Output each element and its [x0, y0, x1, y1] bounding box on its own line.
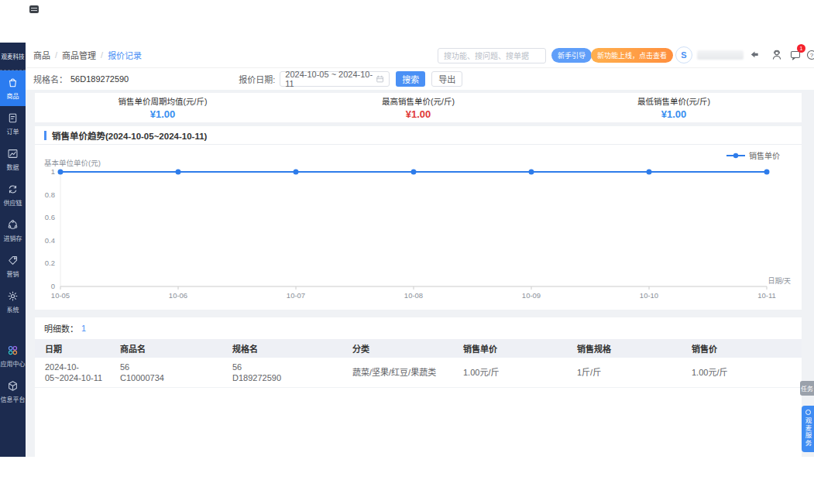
page: 观麦科技 商品 订单 数据 供应链 进销存: [0, 0, 814, 504]
svg-text:10-07: 10-07: [287, 291, 305, 300]
svg-text:0.6: 0.6: [45, 213, 55, 221]
cell-sale-price: 1.00元/斤: [682, 363, 802, 382]
svg-text:0.8: 0.8: [45, 190, 55, 199]
col-header-category: 分类: [342, 342, 453, 355]
avatar[interactable]: S: [675, 46, 692, 63]
service-chat-icon: [805, 410, 811, 415]
stats-card: 销售单价周期均值(元/斤) ¥1.00 最高销售单价(元/斤) ¥1.00 最低…: [35, 93, 802, 122]
svg-text:0.4: 0.4: [45, 236, 55, 245]
detail-count-label: 明细数：: [44, 322, 78, 334]
data-chart-icon: [7, 148, 19, 163]
messages-icon[interactable]: 1: [789, 49, 802, 61]
order-doc-icon: [7, 112, 19, 127]
breadcrumb-separator: /: [55, 50, 57, 60]
main-content: 商品 / 商品管理 / 报价记录 新手引导 新功能上线，点击查看 S: [26, 43, 814, 457]
table-header-row: 日期 商品名 规格名 分类 销售单价 销售规格 销售价: [35, 339, 802, 358]
inventory-icon: [7, 219, 19, 234]
filter-bar: 规格名： 56D189272590 报价日期: 2024-10-05 ~ 202…: [26, 68, 814, 90]
sidebar-item-system[interactable]: 系统: [0, 284, 26, 320]
svg-text:10-06: 10-06: [169, 291, 187, 300]
svg-text:1: 1: [51, 167, 55, 176]
stat-label: 销售单价周期均值(元/斤): [118, 95, 208, 107]
detail-count: 明细数： 1: [35, 317, 802, 339]
supply-chain-icon: [7, 183, 19, 198]
system-gear-icon: [7, 290, 19, 305]
chart-title: 销售单价趋势(2024-10-05~2024-10-11): [52, 129, 207, 142]
sidebar-item-label: 数据: [7, 164, 19, 171]
cell-spec-name: 56 D189272590: [222, 358, 342, 387]
sidebar-item-label: 系统: [7, 307, 19, 314]
col-header-spec: 规格名: [222, 342, 342, 355]
table-card: 明细数： 1 日期 商品名 规格名 分类 销售单价 销售规格 销售价 2024-…: [35, 317, 802, 457]
cell-unit-price: 1.00元/斤: [453, 363, 567, 382]
breadcrumb-separator: /: [101, 50, 103, 60]
customer-service-icon[interactable]: [771, 49, 783, 61]
col-header-product: 商品名: [110, 342, 222, 355]
top-bar: 商品 / 商品管理 / 报价记录 新手引导 新功能上线，点击查看 S: [26, 43, 814, 68]
title-accent-bar: [44, 131, 46, 140]
message-badge: 1: [797, 44, 805, 53]
brand-logo: 观麦科技: [0, 43, 26, 70]
stat-value: ¥1.00: [150, 108, 176, 120]
col-header-date: 日期: [35, 342, 110, 355]
browser-tab-icon: [29, 5, 39, 13]
stat-value: ¥1.00: [406, 108, 431, 120]
sidebar-item-inventory[interactable]: 进销存: [0, 213, 26, 249]
cell-sale-spec: 1斤/斤: [567, 363, 682, 382]
spec-name-value: 56D189272590: [70, 74, 129, 84]
table-row[interactable]: 2024-10-05~2024-10-11 56 C10000734 56 D1…: [35, 358, 802, 388]
sidebar-item-label: 信息平台: [1, 396, 26, 403]
global-search-input[interactable]: [438, 52, 546, 60]
sidebar-item-info-platform[interactable]: 信息平台: [0, 374, 26, 410]
breadcrumb-goods[interactable]: 商品: [33, 49, 50, 61]
breadcrumb: 商品 / 商品管理 / 报价记录: [33, 49, 142, 61]
date-range-value: 2024-10-05 ~ 2024-10-11: [285, 70, 376, 88]
sidebar-item-data[interactable]: 数据: [0, 142, 26, 177]
sidebar-item-goods[interactable]: 商品: [0, 70, 26, 106]
spec-name-label: 规格名：: [33, 73, 67, 85]
cell-category: 蔬菜/坚果/红豆/果蔬类: [342, 363, 453, 382]
svg-text:0.2: 0.2: [45, 259, 55, 267]
x-axis-unit-label: 日期/天: [768, 276, 791, 286]
sidebar-item-label: 供应链: [4, 200, 22, 207]
sidebar-item-app-center[interactable]: 应用中心: [0, 338, 26, 374]
service-tab-label: 观麦服务: [803, 417, 812, 447]
sidebar-item-orders[interactable]: 订单: [0, 106, 26, 142]
service-tab[interactable]: 观麦服务: [802, 406, 814, 452]
svg-text:10-08: 10-08: [404, 291, 423, 300]
user-name-redacted: [697, 50, 744, 60]
stat-min-price: 最低销售单价(元/斤) ¥1.00: [546, 93, 802, 122]
new-feature-button[interactable]: 新功能上线，点击查看: [591, 48, 673, 63]
detail-count-value: 1: [81, 324, 86, 333]
sidebar-item-marketing[interactable]: 营销: [0, 249, 26, 284]
sidebar-item-label: 订单: [7, 129, 19, 135]
task-tab[interactable]: 任务: [800, 381, 814, 396]
stat-max-price: 最高销售单价(元/斤) ¥1.00: [290, 93, 546, 122]
stat-label: 最高销售单价(元/斤): [382, 95, 455, 107]
global-search: [438, 48, 546, 63]
help-icon[interactable]: ?: [805, 49, 814, 61]
sidebar-item-label: 进销存: [4, 235, 22, 242]
svg-text:10-11: 10-11: [757, 291, 776, 300]
export-button[interactable]: 导出: [431, 71, 462, 87]
chart-title-row: 销售单价趋势(2024-10-05~2024-10-11): [35, 126, 802, 145]
breadcrumb-goods-manage[interactable]: 商品管理: [62, 49, 96, 61]
svg-text:10-09: 10-09: [522, 291, 541, 300]
info-platform-icon: [7, 380, 19, 395]
search-button[interactable]: 搜索: [396, 71, 425, 87]
marketing-tag-icon: [7, 255, 19, 269]
sidebar-item-supply-chain[interactable]: 供应链: [0, 177, 26, 213]
sidebar: 观麦科技 商品 订单 数据 供应链 进销存: [0, 43, 26, 457]
svg-text:0: 0: [51, 282, 55, 290]
chart-card: 销售单价趋势(2024-10-05~2024-10-11) 销售单价 基本单位单…: [35, 126, 802, 310]
sidebar-spacer: [0, 320, 26, 338]
stat-avg-price: 销售单价周期均值(元/斤) ¥1.00: [35, 93, 290, 122]
goods-bag-icon: [7, 77, 19, 91]
switch-account-icon[interactable]: [748, 49, 761, 61]
sidebar-item-label: 商品: [7, 93, 19, 100]
calendar-icon: [376, 74, 384, 84]
cell-date: 2024-10-05~2024-10-11: [35, 358, 110, 387]
newbie-guide-button[interactable]: 新手引导: [551, 48, 592, 63]
app-center-icon: [7, 345, 19, 359]
date-range-input[interactable]: 2024-10-05 ~ 2024-10-11: [280, 71, 390, 87]
